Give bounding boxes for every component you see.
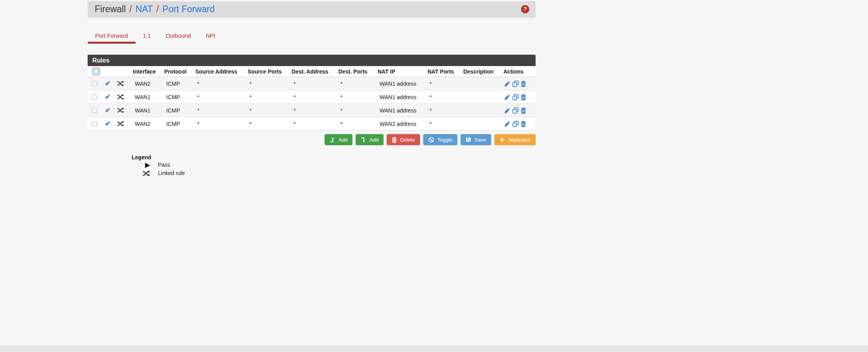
row-checkbox[interactable] (92, 81, 97, 86)
copy-icon[interactable] (512, 81, 519, 87)
delete-button[interactable]: Delete (387, 134, 420, 145)
table-row: ✔ WAN1 ICMP * * * * WAN1 address * (88, 104, 536, 117)
col-source-ports: Source Ports (246, 68, 290, 75)
cell-source-address: * (194, 121, 246, 127)
edit-icon[interactable] (504, 81, 510, 87)
cell-nat-ip: WAN1 address (376, 94, 426, 100)
breadcrumb-bar: Firewall / NAT / Port Forward ? (88, 1, 536, 17)
cell-protocol: ICMP (163, 94, 194, 100)
pass-check-icon: ✔ (105, 107, 110, 114)
cell-dest-ports: * (337, 121, 376, 127)
legend-title: Legend (132, 154, 185, 161)
table-row: ✔ WAN2 ICMP * * * * WAN1 address * (88, 77, 536, 90)
shuffle-icon (117, 107, 124, 113)
cell-nat-ip: WAN1 address (376, 107, 426, 114)
col-nat-ip: NAT IP (376, 68, 426, 75)
cell-protocol: ICMP (163, 81, 194, 87)
footer-strip (0, 345, 868, 352)
rules-panel: Rules Interface Protocol Source Address … (88, 55, 536, 131)
col-dest-ports: Dest. Ports (337, 68, 376, 75)
cell-source-address: * (194, 94, 246, 100)
table-row: ✔ WAN2 ICMP * * * * WAN2 address * (88, 117, 536, 131)
delete-icon[interactable] (521, 81, 526, 87)
cell-dest-address: * (290, 81, 337, 87)
shuffle-icon (142, 170, 150, 177)
cell-protocol: ICMP (163, 107, 194, 114)
cell-nat-ip: WAN1 address (376, 81, 426, 87)
col-protocol: Protocol (163, 68, 194, 75)
cell-source-address: * (194, 107, 246, 114)
pass-check-icon: ✔ (105, 120, 110, 127)
table-actions-toolbar: Add Add Delete Toggle Save Separator (88, 134, 536, 145)
cell-source-ports: * (246, 94, 290, 100)
legend-label: Linked rule (155, 169, 185, 177)
breadcrumb-separator: / (156, 4, 159, 15)
breadcrumb-link-port-forward[interactable]: Port Forward (162, 4, 215, 15)
edit-icon[interactable] (504, 121, 510, 127)
shuffle-icon (117, 94, 124, 100)
col-interface: Interface (131, 68, 163, 75)
legend-label: Pass (155, 161, 185, 169)
edit-icon[interactable] (504, 94, 510, 100)
legend-item-pass: ▶ Pass (132, 161, 185, 169)
copy-icon[interactable] (512, 107, 519, 114)
pass-check-icon: ✔ (105, 94, 110, 100)
plus-icon (499, 137, 505, 142)
save-icon (466, 137, 471, 142)
save-button[interactable]: Save (461, 134, 491, 145)
cell-source-ports: * (246, 81, 290, 87)
pass-check-icon: ✔ (105, 80, 110, 87)
tab-outbound[interactable]: Outbound (158, 30, 198, 44)
cell-protocol: ICMP (163, 121, 194, 127)
ban-icon (428, 137, 434, 143)
delete-icon[interactable] (521, 107, 526, 114)
cell-dest-ports: * (337, 107, 376, 114)
table-row: ✔ WAN1 ICMP * * * * WAN1 address * (88, 90, 536, 104)
help-icon[interactable]: ? (521, 5, 529, 13)
cell-nat-ports: * (426, 107, 462, 114)
breadcrumb-separator: / (129, 4, 132, 15)
level-up-icon (330, 137, 335, 143)
cell-source-ports: * (246, 121, 290, 127)
delete-icon[interactable] (521, 94, 526, 100)
row-checkbox[interactable] (92, 94, 97, 100)
cell-nat-ip: WAN2 address (376, 121, 426, 127)
cell-interface: WAN2 (131, 81, 163, 87)
cell-nat-ports: * (426, 81, 462, 87)
tab-1-1[interactable]: 1:1 (136, 30, 158, 44)
cell-dest-ports: * (337, 81, 376, 87)
copy-icon[interactable] (512, 94, 519, 100)
col-actions: Actions (502, 68, 535, 75)
cell-dest-address: * (290, 121, 337, 127)
tab-port-forward[interactable]: Port Forward (88, 30, 136, 44)
cell-dest-address: * (290, 107, 337, 114)
row-checkbox[interactable] (92, 121, 97, 126)
legend: Legend ▶ Pass Linked rule (132, 154, 185, 177)
separator-button[interactable]: Separator (494, 134, 536, 145)
copy-icon[interactable] (512, 121, 519, 127)
edit-icon[interactable] (504, 107, 510, 114)
col-source-address: Source Address (194, 68, 246, 75)
level-down-icon (361, 137, 366, 143)
col-description: Description (462, 68, 502, 75)
select-all-checkbox[interactable] (92, 67, 100, 76)
row-checkbox[interactable] (92, 108, 97, 113)
tab-npt[interactable]: NPt (198, 30, 223, 44)
toggle-button[interactable]: Toggle (423, 134, 457, 145)
col-dest-address: Dest. Address (290, 68, 337, 75)
col-nat-ports: NAT Ports (426, 68, 462, 75)
add-rule-bottom-button[interactable]: Add (356, 134, 384, 145)
panel-title: Rules (88, 55, 536, 66)
play-icon: ▶ (145, 161, 150, 169)
breadcrumb: Firewall / NAT / Port Forward (95, 4, 215, 15)
breadcrumb-section: Firewall (95, 4, 126, 15)
cell-source-ports: * (246, 107, 290, 114)
breadcrumb-link-nat[interactable]: NAT (136, 4, 153, 15)
cell-nat-ports: * (426, 121, 462, 127)
delete-icon[interactable] (521, 121, 526, 127)
shuffle-icon (117, 81, 124, 87)
cell-dest-address: * (290, 94, 337, 100)
add-rule-top-button[interactable]: Add (325, 134, 352, 145)
cell-dest-ports: * (337, 94, 376, 100)
cell-interface: WAN1 (131, 107, 163, 114)
